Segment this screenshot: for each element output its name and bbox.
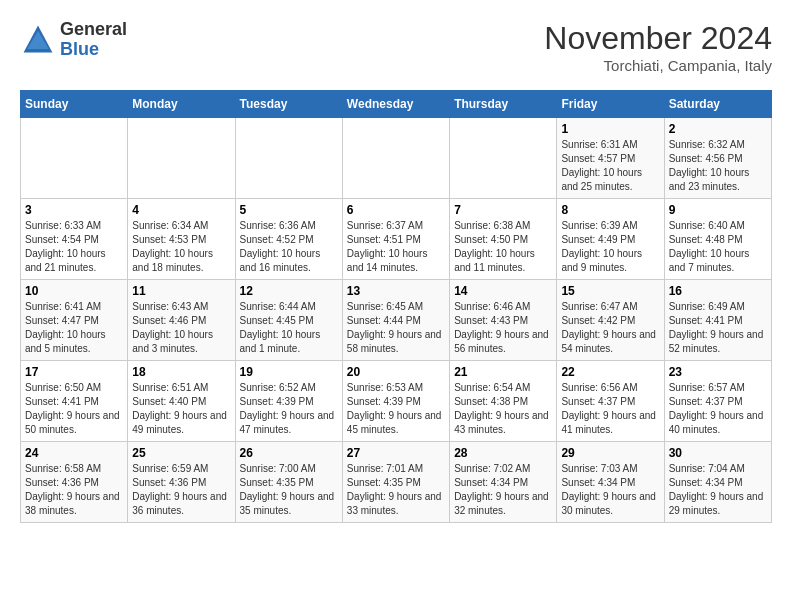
calendar-cell: 29Sunrise: 7:03 AM Sunset: 4:34 PM Dayli… — [557, 442, 664, 523]
calendar-cell: 17Sunrise: 6:50 AM Sunset: 4:41 PM Dayli… — [21, 361, 128, 442]
day-number: 22 — [561, 365, 659, 379]
day-info: Sunrise: 6:57 AM Sunset: 4:37 PM Dayligh… — [669, 381, 767, 437]
day-number: 8 — [561, 203, 659, 217]
day-number: 21 — [454, 365, 552, 379]
weekday-header: Saturday — [664, 91, 771, 118]
day-number: 20 — [347, 365, 445, 379]
day-number: 5 — [240, 203, 338, 217]
calendar-week-row: 3Sunrise: 6:33 AM Sunset: 4:54 PM Daylig… — [21, 199, 772, 280]
day-info: Sunrise: 6:44 AM Sunset: 4:45 PM Dayligh… — [240, 300, 338, 356]
day-info: Sunrise: 6:47 AM Sunset: 4:42 PM Dayligh… — [561, 300, 659, 356]
day-info: Sunrise: 6:56 AM Sunset: 4:37 PM Dayligh… — [561, 381, 659, 437]
day-info: Sunrise: 6:49 AM Sunset: 4:41 PM Dayligh… — [669, 300, 767, 356]
day-info: Sunrise: 7:02 AM Sunset: 4:34 PM Dayligh… — [454, 462, 552, 518]
day-number: 10 — [25, 284, 123, 298]
location-subtitle: Torchiati, Campania, Italy — [544, 57, 772, 74]
calendar-cell: 5Sunrise: 6:36 AM Sunset: 4:52 PM Daylig… — [235, 199, 342, 280]
day-info: Sunrise: 7:04 AM Sunset: 4:34 PM Dayligh… — [669, 462, 767, 518]
day-number: 24 — [25, 446, 123, 460]
calendar-cell — [21, 118, 128, 199]
day-number: 15 — [561, 284, 659, 298]
calendar-cell: 12Sunrise: 6:44 AM Sunset: 4:45 PM Dayli… — [235, 280, 342, 361]
day-number: 16 — [669, 284, 767, 298]
day-info: Sunrise: 6:59 AM Sunset: 4:36 PM Dayligh… — [132, 462, 230, 518]
logo: General Blue — [20, 20, 127, 60]
weekday-header: Tuesday — [235, 91, 342, 118]
day-info: Sunrise: 6:54 AM Sunset: 4:38 PM Dayligh… — [454, 381, 552, 437]
day-info: Sunrise: 6:50 AM Sunset: 4:41 PM Dayligh… — [25, 381, 123, 437]
calendar-cell: 15Sunrise: 6:47 AM Sunset: 4:42 PM Dayli… — [557, 280, 664, 361]
day-info: Sunrise: 6:32 AM Sunset: 4:56 PM Dayligh… — [669, 138, 767, 194]
calendar-cell: 25Sunrise: 6:59 AM Sunset: 4:36 PM Dayli… — [128, 442, 235, 523]
calendar-cell: 6Sunrise: 6:37 AM Sunset: 4:51 PM Daylig… — [342, 199, 449, 280]
day-info: Sunrise: 6:46 AM Sunset: 4:43 PM Dayligh… — [454, 300, 552, 356]
calendar-cell: 24Sunrise: 6:58 AM Sunset: 4:36 PM Dayli… — [21, 442, 128, 523]
calendar-week-row: 10Sunrise: 6:41 AM Sunset: 4:47 PM Dayli… — [21, 280, 772, 361]
day-info: Sunrise: 6:39 AM Sunset: 4:49 PM Dayligh… — [561, 219, 659, 275]
calendar-cell — [235, 118, 342, 199]
day-number: 1 — [561, 122, 659, 136]
calendar-cell: 18Sunrise: 6:51 AM Sunset: 4:40 PM Dayli… — [128, 361, 235, 442]
calendar-week-row: 17Sunrise: 6:50 AM Sunset: 4:41 PM Dayli… — [21, 361, 772, 442]
calendar-cell: 16Sunrise: 6:49 AM Sunset: 4:41 PM Dayli… — [664, 280, 771, 361]
day-info: Sunrise: 6:43 AM Sunset: 4:46 PM Dayligh… — [132, 300, 230, 356]
calendar-cell: 13Sunrise: 6:45 AM Sunset: 4:44 PM Dayli… — [342, 280, 449, 361]
weekday-header-row: SundayMondayTuesdayWednesdayThursdayFrid… — [21, 91, 772, 118]
day-number: 7 — [454, 203, 552, 217]
day-number: 28 — [454, 446, 552, 460]
calendar-cell: 19Sunrise: 6:52 AM Sunset: 4:39 PM Dayli… — [235, 361, 342, 442]
calendar-cell: 2Sunrise: 6:32 AM Sunset: 4:56 PM Daylig… — [664, 118, 771, 199]
day-info: Sunrise: 6:36 AM Sunset: 4:52 PM Dayligh… — [240, 219, 338, 275]
logo-text: General Blue — [60, 20, 127, 60]
day-info: Sunrise: 6:52 AM Sunset: 4:39 PM Dayligh… — [240, 381, 338, 437]
calendar-week-row: 24Sunrise: 6:58 AM Sunset: 4:36 PM Dayli… — [21, 442, 772, 523]
logo-icon — [20, 22, 56, 58]
day-number: 23 — [669, 365, 767, 379]
day-number: 12 — [240, 284, 338, 298]
weekday-header: Wednesday — [342, 91, 449, 118]
month-title: November 2024 — [544, 20, 772, 57]
day-number: 9 — [669, 203, 767, 217]
calendar-table: SundayMondayTuesdayWednesdayThursdayFrid… — [20, 90, 772, 523]
day-number: 14 — [454, 284, 552, 298]
calendar-cell: 3Sunrise: 6:33 AM Sunset: 4:54 PM Daylig… — [21, 199, 128, 280]
calendar-cell: 14Sunrise: 6:46 AM Sunset: 4:43 PM Dayli… — [450, 280, 557, 361]
day-number: 6 — [347, 203, 445, 217]
day-info: Sunrise: 6:58 AM Sunset: 4:36 PM Dayligh… — [25, 462, 123, 518]
day-info: Sunrise: 7:03 AM Sunset: 4:34 PM Dayligh… — [561, 462, 659, 518]
day-number: 25 — [132, 446, 230, 460]
day-number: 27 — [347, 446, 445, 460]
day-number: 3 — [25, 203, 123, 217]
day-info: Sunrise: 6:33 AM Sunset: 4:54 PM Dayligh… — [25, 219, 123, 275]
logo-general: General — [60, 19, 127, 39]
calendar-cell: 27Sunrise: 7:01 AM Sunset: 4:35 PM Dayli… — [342, 442, 449, 523]
day-info: Sunrise: 6:38 AM Sunset: 4:50 PM Dayligh… — [454, 219, 552, 275]
calendar-cell: 21Sunrise: 6:54 AM Sunset: 4:38 PM Dayli… — [450, 361, 557, 442]
calendar-cell: 26Sunrise: 7:00 AM Sunset: 4:35 PM Dayli… — [235, 442, 342, 523]
day-info: Sunrise: 6:37 AM Sunset: 4:51 PM Dayligh… — [347, 219, 445, 275]
calendar-cell: 20Sunrise: 6:53 AM Sunset: 4:39 PM Dayli… — [342, 361, 449, 442]
day-number: 13 — [347, 284, 445, 298]
calendar-cell: 9Sunrise: 6:40 AM Sunset: 4:48 PM Daylig… — [664, 199, 771, 280]
day-info: Sunrise: 6:34 AM Sunset: 4:53 PM Dayligh… — [132, 219, 230, 275]
day-number: 11 — [132, 284, 230, 298]
calendar-cell: 1Sunrise: 6:31 AM Sunset: 4:57 PM Daylig… — [557, 118, 664, 199]
day-number: 30 — [669, 446, 767, 460]
calendar-cell: 30Sunrise: 7:04 AM Sunset: 4:34 PM Dayli… — [664, 442, 771, 523]
weekday-header: Thursday — [450, 91, 557, 118]
calendar-cell: 10Sunrise: 6:41 AM Sunset: 4:47 PM Dayli… — [21, 280, 128, 361]
calendar-cell: 4Sunrise: 6:34 AM Sunset: 4:53 PM Daylig… — [128, 199, 235, 280]
day-number: 4 — [132, 203, 230, 217]
day-info: Sunrise: 6:41 AM Sunset: 4:47 PM Dayligh… — [25, 300, 123, 356]
day-number: 26 — [240, 446, 338, 460]
day-info: Sunrise: 6:40 AM Sunset: 4:48 PM Dayligh… — [669, 219, 767, 275]
day-number: 17 — [25, 365, 123, 379]
calendar-cell: 7Sunrise: 6:38 AM Sunset: 4:50 PM Daylig… — [450, 199, 557, 280]
title-section: November 2024 Torchiati, Campania, Italy — [544, 20, 772, 74]
day-number: 19 — [240, 365, 338, 379]
day-info: Sunrise: 6:45 AM Sunset: 4:44 PM Dayligh… — [347, 300, 445, 356]
calendar-cell — [128, 118, 235, 199]
weekday-header: Monday — [128, 91, 235, 118]
weekday-header: Sunday — [21, 91, 128, 118]
calendar-cell: 28Sunrise: 7:02 AM Sunset: 4:34 PM Dayli… — [450, 442, 557, 523]
